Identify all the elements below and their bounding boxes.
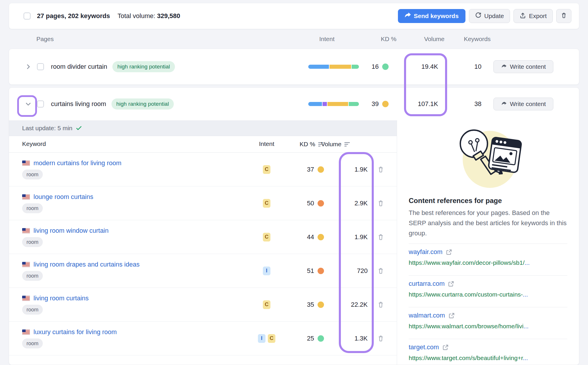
- high-ranking-badge: high ranking potential: [112, 61, 175, 72]
- write-content-button[interactable]: Write content: [493, 98, 553, 110]
- last-update-text: Last update: 5 min: [22, 125, 72, 132]
- external-link-icon[interactable]: [442, 344, 449, 350]
- kd-value: 25: [307, 335, 314, 342]
- last-update-bar: Last update: 5 min: [9, 120, 397, 136]
- high-ranking-badge: high ranking potential: [111, 98, 174, 110]
- external-link-icon[interactable]: [446, 249, 452, 255]
- external-link-icon[interactable]: [449, 313, 455, 319]
- select-all-checkbox[interactable]: [24, 13, 31, 20]
- keyword-tag: room: [22, 338, 43, 348]
- sort-descending-icon: [344, 142, 350, 147]
- us-flag-icon: [22, 194, 30, 200]
- keywords-count: 38: [451, 88, 481, 120]
- refresh-icon: [475, 12, 481, 20]
- kd-value: 44: [307, 233, 314, 241]
- share-arrow-icon: [501, 63, 507, 70]
- column-intent: Intent: [308, 36, 346, 43]
- kd-level-dot: [318, 335, 324, 342]
- share-arrow-icon: [405, 12, 411, 20]
- keyword-link[interactable]: lounge room curtains: [33, 193, 93, 201]
- kd-level-dot: [382, 101, 389, 107]
- page-checkbox[interactable]: [37, 100, 44, 107]
- keyword-row: living room window curtain room C 44 1.9…: [9, 220, 397, 254]
- intent-badge-informational: I: [263, 267, 270, 275]
- total-volume-label: Total volume:: [118, 12, 155, 20]
- intent-badge-commercial: C: [268, 334, 275, 343]
- volume-value: 720: [326, 254, 368, 288]
- keyword-tag: room: [22, 170, 43, 179]
- kd-level-dot: [318, 200, 324, 207]
- column-volume: Volume: [416, 36, 452, 43]
- page-title: room divider curtain: [51, 63, 107, 70]
- intent-badge-commercial: C: [263, 233, 270, 241]
- keyword-row: living room curtains room C 35 22.2K: [9, 288, 397, 322]
- pages-keywords-summary: 27 pages, 202 keywords: [37, 12, 110, 20]
- intent-badge-commercial: C: [263, 199, 270, 208]
- keyword-manager-app: 27 pages, 202 keywords Total volume: 329…: [0, 0, 588, 365]
- volume-value: 19.4K: [396, 49, 438, 84]
- us-flag-icon: [22, 262, 30, 267]
- delete-button[interactable]: [556, 9, 571, 23]
- send-keywords-button[interactable]: Send keywords: [398, 9, 465, 23]
- volume-value: 107.1K: [396, 88, 438, 120]
- reference-url: https://www.target.com/s/beautiful+livin…: [409, 355, 567, 362]
- keyword-tag: room: [22, 237, 43, 247]
- keywords-table-header: Keyword Intent KD % Volume: [9, 136, 397, 153]
- kd-level-dot: [318, 166, 324, 173]
- delete-keyword-button[interactable]: [376, 186, 386, 220]
- write-content-button[interactable]: Write content: [493, 60, 553, 73]
- kd-value: 16: [372, 63, 379, 70]
- keyword-link[interactable]: living room curtains: [33, 295, 89, 302]
- column-volume-sort[interactable]: Volume: [321, 136, 371, 152]
- external-link-icon[interactable]: [448, 281, 454, 287]
- export-icon: [520, 12, 526, 20]
- delete-keyword-button[interactable]: [376, 153, 386, 186]
- topbar-actions: Send keywords Update Export: [398, 9, 571, 23]
- delete-keyword-button[interactable]: [376, 220, 386, 254]
- kd-value: 37: [307, 166, 314, 173]
- intent-badge-commercial: C: [263, 165, 270, 174]
- reference-item: target.com https://www.target.com/s/beau…: [409, 339, 567, 365]
- kd-value: 51: [307, 267, 314, 275]
- page-row-room-divider-curtain: room divider curtain high ranking potent…: [9, 49, 579, 85]
- page-checkbox[interactable]: [37, 63, 44, 70]
- delete-keyword-button[interactable]: [376, 254, 386, 288]
- update-button[interactable]: Update: [469, 9, 510, 23]
- volume-value: 1.9K: [326, 220, 368, 254]
- us-flag-icon: [22, 228, 30, 233]
- reference-domain-link[interactable]: wayfair.com: [409, 248, 442, 256]
- intent-badge-commercial: C: [263, 300, 270, 309]
- collapse-chevron-down-icon[interactable]: [23, 99, 33, 109]
- trash-icon: [561, 12, 567, 20]
- references-title: Content references for page: [409, 197, 567, 205]
- column-pages: Pages: [36, 36, 54, 43]
- lightbulb-pencil-illustration: [409, 125, 567, 195]
- expand-chevron-right-icon[interactable]: [23, 61, 33, 72]
- topbar: 27 pages, 202 keywords Total volume: 329…: [9, 3, 579, 29]
- us-flag-icon: [22, 296, 30, 301]
- keyword-link[interactable]: modern curtains for living room: [33, 159, 121, 167]
- total-volume-value: 329,580: [157, 12, 180, 20]
- keyword-link[interactable]: living room drapes and curtains ideas: [33, 261, 139, 268]
- reference-url: https://www.curtarra.com/custom-curtains…: [409, 291, 567, 298]
- intent-badge-informational: I: [258, 334, 265, 343]
- keyword-tag: room: [22, 305, 43, 315]
- page-row-curtains-living-room: curtains living room high ranking potent…: [9, 87, 579, 365]
- reference-domain-link[interactable]: curtarra.com: [409, 280, 444, 288]
- keyword-link[interactable]: luxury curtains for living room: [33, 328, 117, 336]
- export-button[interactable]: Export: [513, 9, 553, 23]
- delete-keyword-button[interactable]: [376, 322, 386, 355]
- reference-domain-link[interactable]: target.com: [409, 343, 439, 351]
- delete-keyword-button[interactable]: [376, 288, 386, 321]
- keywords-table: Last update: 5 min Keyword Intent KD % V…: [9, 120, 397, 365]
- column-kd-sort[interactable]: KD %: [280, 136, 324, 152]
- kd-level-dot: [318, 268, 324, 274]
- reference-domain-link[interactable]: walmart.com: [409, 312, 445, 319]
- keyword-link[interactable]: living room window curtain: [33, 227, 109, 234]
- total-volume: Total volume: 329,580: [118, 12, 180, 20]
- column-kd: KD %: [371, 36, 406, 43]
- page-title: curtains living room: [51, 100, 106, 108]
- keyword-row: luxury curtains for living room room IC …: [9, 322, 397, 355]
- kd-level-dot: [318, 234, 324, 240]
- column-keywords: Keywords: [458, 36, 497, 43]
